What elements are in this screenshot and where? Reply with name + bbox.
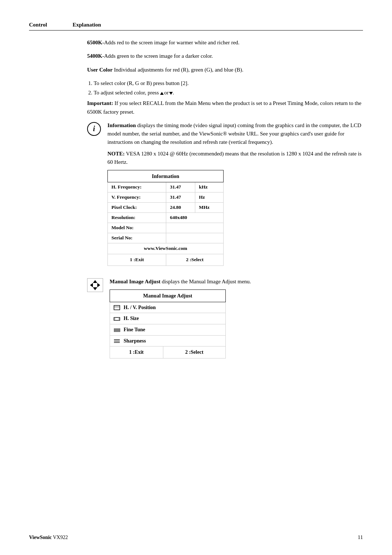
section-6500k: 6500K-Adds red to the screen image for w… bbox=[87, 39, 363, 47]
footer-page: 11 bbox=[358, 534, 363, 540]
manual-text-block: Manual Image Adjust displays the Manual … bbox=[110, 278, 363, 358]
h-freq-value: 31.47 bbox=[166, 182, 195, 193]
table-row: H. Size bbox=[110, 313, 226, 324]
hv-position-icon bbox=[114, 305, 120, 310]
manual-exit-label: 1 :Exit bbox=[110, 347, 163, 358]
model-no-label: Model No: bbox=[108, 223, 166, 233]
pixel-clock-unit: MHz bbox=[195, 203, 224, 213]
sharpness-row: Sharpness bbox=[110, 335, 226, 347]
svg-marker-3 bbox=[93, 287, 97, 290]
serial-no-value bbox=[166, 233, 224, 243]
pixel-clock-label: Pixel Clock: bbox=[108, 203, 166, 213]
manual-para: Manual Image Adjust displays the Manual … bbox=[110, 278, 363, 286]
url-value: www.ViewSonic.com bbox=[108, 243, 224, 254]
header-row: Control Explanation bbox=[29, 22, 363, 31]
text-manual-adjust: displays the Manual Image Adjust menu. bbox=[160, 279, 251, 284]
text-user-color: Individual adjustments for red (R), gree… bbox=[113, 67, 243, 73]
svg-marker-1 bbox=[97, 283, 100, 287]
info-table-title: Information bbox=[108, 170, 224, 182]
footer-brand-model: ViewSonic VX922 bbox=[29, 535, 68, 540]
hv-position-label: H. / V. Position bbox=[124, 305, 156, 310]
table-row: Resolution: 640x480 bbox=[108, 213, 224, 223]
h-freq-unit: kHz bbox=[195, 182, 224, 193]
text-important: If you select RECALL from the Main Menu … bbox=[87, 100, 362, 114]
label-5400k: 5400K- bbox=[87, 53, 104, 59]
text-information: displays the timing mode (video signal i… bbox=[107, 122, 361, 145]
footer: ViewSonic VX922 11 bbox=[29, 534, 363, 540]
manual-select-label: 2 :Select bbox=[163, 347, 225, 358]
h-size-label: H. Size bbox=[124, 316, 139, 321]
step-2-or: or bbox=[164, 90, 169, 96]
table-row: Sharpness bbox=[110, 335, 226, 347]
text-5400k: Adds green to the screen image for a dar… bbox=[104, 53, 213, 59]
step-2-text: To adjust selected color, press bbox=[94, 90, 159, 96]
h-size-icon bbox=[114, 316, 120, 321]
url-row: www.ViewSonic.com bbox=[108, 243, 224, 254]
h-freq-label: H. Frequency: bbox=[108, 182, 166, 193]
table-row: Fine Tune bbox=[110, 324, 226, 335]
serial-no-label: Serial No: bbox=[108, 233, 166, 243]
pixel-clock-value: 24.80 bbox=[166, 203, 195, 213]
step-2-period: . bbox=[173, 90, 174, 96]
step-1: To select color (R, G or B) press button… bbox=[94, 79, 363, 88]
hv-position-row: H. / V. Position bbox=[110, 302, 226, 313]
footer-model: VX922 bbox=[53, 535, 68, 540]
triangle-down-icon bbox=[169, 92, 173, 95]
manual-table-footer-row: 1 :Exit 2 :Select bbox=[110, 347, 226, 358]
label-6500k: 6500K- bbox=[87, 40, 104, 45]
select-label: 2 :Select bbox=[166, 254, 224, 266]
table-footer-row: 1 :Exit 2 :Select bbox=[108, 254, 224, 266]
fine-tune-label: Fine Tune bbox=[124, 327, 146, 332]
content-area: 6500K-Adds red to the screen image for w… bbox=[29, 39, 363, 358]
label-note: NOTE: bbox=[107, 151, 125, 157]
step-1-text: To select color (R, G or B) press button… bbox=[94, 80, 189, 86]
label-information: Information bbox=[107, 122, 136, 128]
v-freq-unit: Hz bbox=[195, 193, 224, 203]
label-manual-adjust: Manual Image Adjust bbox=[110, 279, 160, 284]
svg-marker-2 bbox=[93, 280, 97, 283]
fine-tune-row: Fine Tune bbox=[110, 324, 226, 335]
svg-rect-4 bbox=[114, 305, 120, 310]
table-row: Serial No: bbox=[108, 233, 224, 243]
table-row: Pixel Clock: 24.80 MHz bbox=[108, 203, 224, 213]
info-icon: i bbox=[87, 122, 101, 136]
information-text-block: Information displays the timing mode (vi… bbox=[107, 121, 363, 272]
text-note: VESA 1280 x 1024 @ 60Hz (recommended) me… bbox=[107, 151, 362, 165]
triangle-up-icon bbox=[160, 92, 164, 95]
information-row: i Information displays the timing mode (… bbox=[87, 121, 363, 272]
table-row: H. Frequency: 31.47 kHz bbox=[108, 182, 224, 193]
header-control-label: Control bbox=[29, 22, 73, 28]
resolution-value: 640x480 bbox=[166, 213, 224, 223]
footer-brand: ViewSonic bbox=[29, 535, 52, 540]
h-size-row: H. Size bbox=[110, 313, 226, 324]
information-para: Information displays the timing mode (vi… bbox=[107, 121, 363, 147]
model-no-value bbox=[166, 223, 224, 233]
section-5400k: 5400K-Adds green to the screen image for… bbox=[87, 52, 363, 60]
table-row: V. Frequency: 31.47 Hz bbox=[108, 193, 224, 203]
v-freq-value: 31.47 bbox=[166, 193, 195, 203]
manual-table: Manual Image Adjust H. / V. Position bbox=[110, 289, 226, 358]
arrows-svg bbox=[88, 279, 102, 291]
sharpness-label: Sharpness bbox=[124, 338, 146, 344]
note-para: NOTE: VESA 1280 x 1024 @ 60Hz (recommend… bbox=[107, 150, 363, 167]
section-user-color: User Color Individual adjustments for re… bbox=[87, 66, 363, 74]
table-row: Model No: bbox=[108, 223, 224, 233]
section-important: Important: If you select RECALL from the… bbox=[87, 99, 363, 116]
information-table: Information H. Frequency: 31.47 kHz V. F… bbox=[107, 170, 224, 266]
text-6500k: Adds red to the screen image for warmer … bbox=[104, 40, 240, 45]
fine-tune-icon bbox=[114, 328, 120, 333]
resolution-label: Resolution: bbox=[108, 213, 166, 223]
arrows-icon bbox=[87, 278, 103, 292]
table-row: H. / V. Position bbox=[110, 302, 226, 313]
steps-list: To select color (R, G or B) press button… bbox=[94, 79, 363, 97]
manual-image-adjust-row: Manual Image Adjust displays the Manual … bbox=[87, 278, 363, 358]
svg-marker-0 bbox=[90, 283, 93, 287]
label-important: Important: bbox=[87, 100, 113, 106]
exit-label: 1 :Exit bbox=[108, 254, 166, 266]
header-explanation-label: Explanation bbox=[73, 22, 101, 28]
label-user-color: User Color bbox=[87, 67, 113, 73]
step-2: To adjust selected color, press or. bbox=[94, 89, 363, 97]
sharpness-icon bbox=[114, 339, 120, 344]
page: Control Explanation 6500K-Adds red to th… bbox=[0, 0, 392, 555]
manual-table-title: Manual Image Adjust bbox=[110, 290, 226, 302]
